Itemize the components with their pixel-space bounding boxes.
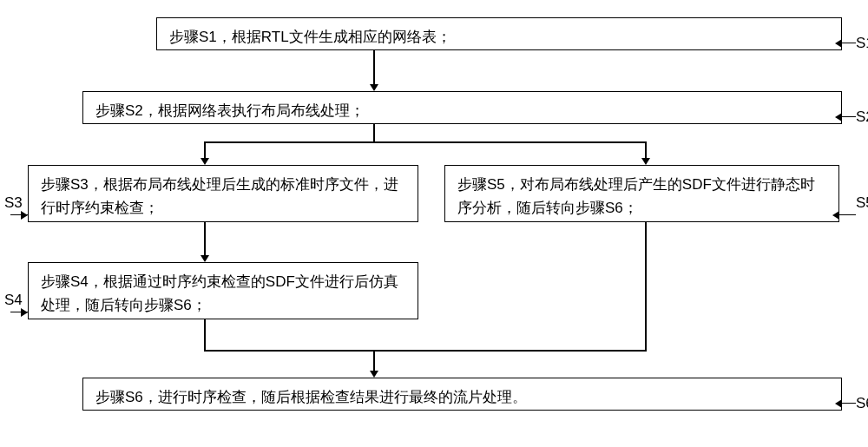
arrow-down-icon: [641, 158, 650, 165]
arrow-left-icon: [835, 39, 842, 48]
connector: [645, 141, 647, 158]
step-s6-text: 步骤S6，进行时序检查，随后根据检查结果进行最终的流片处理。: [95, 389, 527, 405]
step-s2-text: 步骤S2，根据网络表执行布局布线处理；: [95, 102, 365, 119]
step-s2-box: 步骤S2，根据网络表执行布局布线处理；: [82, 91, 842, 124]
connector: [204, 141, 647, 143]
step-s6-box: 步骤S6，进行时序检查，随后根据检查结果进行最终的流片处理。: [82, 378, 842, 411]
connector: [842, 403, 856, 404]
connector: [204, 350, 647, 352]
arrow-down-icon: [370, 371, 378, 378]
step-s5-label: S5: [856, 194, 868, 212]
step-s2-label: S2: [856, 108, 868, 126]
arrow-down-icon: [201, 255, 209, 262]
arrow-right-icon: [21, 308, 28, 317]
step-s4-label: S4: [4, 292, 23, 309]
step-s4-text: 步骤S4，根据通过时序约束检查的SDF文件进行后仿真处理，随后转向步骤S6；: [41, 273, 398, 313]
step-s3-label: S3: [4, 194, 23, 212]
connector: [204, 319, 206, 350]
arrow-left-icon: [835, 113, 842, 122]
step-s3-box: 步骤S3，根据布局布线处理后生成的标准时序文件，进行时序约束检查；: [28, 165, 418, 222]
step-s1-box: 步骤S1，根据RTL文件生成相应的网络表；: [156, 17, 842, 50]
arrow-right-icon: [21, 211, 28, 220]
step-s5-box: 步骤S5，对布局布线处理后产生的SDF文件进行静态时序分析，随后转向步骤S6；: [444, 165, 839, 222]
flowchart-container: 步骤S1，根据RTL文件生成相应的网络表； S1 步骤S2，根据网络表执行布局布…: [0, 0, 868, 447]
arrow-left-icon: [832, 211, 839, 220]
connector: [204, 141, 206, 158]
connector: [204, 222, 206, 255]
connector: [373, 350, 375, 371]
connector: [373, 124, 375, 141]
step-s5-text: 步骤S5，对布局布线处理后产生的SDF文件进行静态时序分析，随后转向步骤S6；: [457, 176, 815, 216]
step-s4-box: 步骤S4，根据通过时序约束检查的SDF文件进行后仿真处理，随后转向步骤S6；: [28, 262, 418, 319]
step-s1-label: S1: [856, 35, 868, 52]
step-s3-text: 步骤S3，根据布局布线处理后生成的标准时序文件，进行时序约束检查；: [41, 176, 398, 216]
arrow-down-icon: [370, 84, 378, 91]
step-s6-label: S6: [856, 395, 868, 412]
connector: [839, 214, 856, 215]
arrow-down-icon: [201, 158, 209, 165]
arrow-left-icon: [835, 399, 842, 408]
connector: [842, 116, 856, 117]
connector: [373, 50, 375, 84]
connector: [645, 222, 647, 350]
step-s1-text: 步骤S1，根据RTL文件生成相应的网络表；: [169, 29, 451, 45]
connector: [842, 43, 856, 43]
